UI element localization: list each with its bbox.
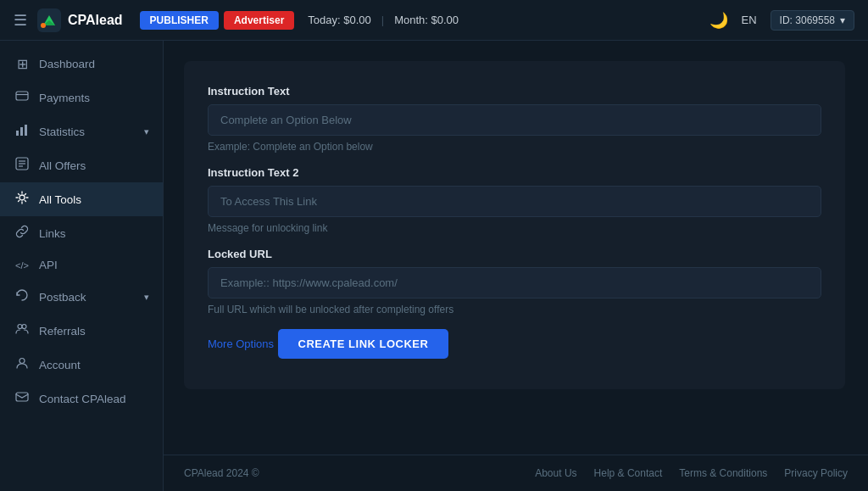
sidebar-label-all-offers: All Offers bbox=[39, 159, 149, 172]
stats-divider: | bbox=[381, 14, 384, 26]
sidebar-item-payments[interactable]: Payments bbox=[0, 81, 163, 114]
id-button[interactable]: ID: 3069558 ▾ bbox=[771, 10, 854, 31]
footer-link-privacy[interactable]: Privacy Policy bbox=[784, 467, 848, 479]
logo-text: CPAlead bbox=[68, 13, 123, 28]
hamburger-icon[interactable]: ☰ bbox=[14, 11, 27, 30]
links-icon bbox=[14, 225, 31, 242]
all-offers-icon bbox=[14, 157, 31, 174]
sidebar-item-postback[interactable]: Postback ▾ bbox=[0, 280, 163, 314]
locked-url-hint: Full URL which will be unlocked after co… bbox=[208, 304, 821, 315]
sidebar-label-payments: Payments bbox=[39, 92, 149, 104]
top-header: ☰ CPAlead PUBLISHER Advertiser Today: $0… bbox=[0, 0, 868, 41]
svg-point-14 bbox=[18, 325, 22, 329]
svg-point-13 bbox=[19, 195, 25, 200]
id-label: ID: 3069558 bbox=[780, 14, 835, 26]
referrals-icon bbox=[14, 322, 31, 339]
sidebar: ⊞ Dashboard Payments Statistics ▾ All Of… bbox=[0, 41, 164, 491]
footer-link-help[interactable]: Help & Contact bbox=[594, 467, 663, 479]
sidebar-item-all-offers[interactable]: All Offers bbox=[0, 148, 163, 182]
svg-rect-4 bbox=[16, 92, 28, 100]
sidebar-label-dashboard: Dashboard bbox=[39, 58, 149, 70]
sidebar-label-links: Links bbox=[39, 227, 149, 240]
svg-rect-6 bbox=[16, 131, 19, 136]
sidebar-label-all-tools: All Tools bbox=[39, 193, 149, 206]
sidebar-item-contact[interactable]: Contact CPAlead bbox=[0, 382, 163, 416]
sidebar-item-api[interactable]: </> API bbox=[0, 250, 163, 280]
instruction-text2-input[interactable] bbox=[208, 186, 821, 217]
month-stat: Month: $0.00 bbox=[394, 14, 459, 26]
contact-icon bbox=[14, 390, 31, 407]
id-chevron-icon: ▾ bbox=[840, 14, 845, 26]
dashboard-icon: ⊞ bbox=[14, 56, 31, 72]
logo-svg bbox=[37, 8, 61, 32]
sidebar-item-dashboard[interactable]: ⊞ Dashboard bbox=[0, 47, 163, 81]
instruction-text2-hint: Message for unlocking link bbox=[208, 222, 821, 234]
header-right: 🌙 EN ID: 3069558 ▾ bbox=[709, 10, 854, 31]
statistics-icon bbox=[14, 123, 31, 140]
statistics-chevron-icon: ▾ bbox=[144, 126, 149, 137]
footer-copyright: CPAlead 2024 © bbox=[184, 467, 259, 479]
instruction-text-input[interactable] bbox=[208, 104, 821, 136]
main-layout: ⊞ Dashboard Payments Statistics ▾ All Of… bbox=[0, 41, 868, 491]
svg-point-3 bbox=[41, 23, 46, 28]
form-card: Instruction Text Example: Complete an Op… bbox=[184, 61, 845, 389]
svg-rect-17 bbox=[16, 393, 28, 401]
footer: CPAlead 2024 © About Us Help & Contact T… bbox=[164, 455, 868, 491]
postback-chevron-icon: ▾ bbox=[144, 292, 149, 303]
sidebar-label-account: Account bbox=[39, 359, 149, 371]
locked-url-label: Locked URL bbox=[208, 248, 821, 260]
account-icon bbox=[14, 356, 31, 373]
instruction-text-hint: Example: Complete an Option below bbox=[208, 141, 821, 153]
footer-link-terms[interactable]: Terms & Conditions bbox=[679, 467, 767, 479]
payments-icon bbox=[14, 89, 31, 106]
moon-icon[interactable]: 🌙 bbox=[709, 11, 728, 30]
svg-rect-7 bbox=[20, 127, 23, 136]
footer-links: About Us Help & Contact Terms & Conditio… bbox=[535, 467, 848, 479]
postback-icon bbox=[14, 288, 31, 305]
sidebar-item-links[interactable]: Links bbox=[0, 216, 163, 250]
publisher-button[interactable]: PUBLISHER bbox=[140, 11, 219, 30]
language-button[interactable]: EN bbox=[742, 14, 757, 26]
instruction-text-label: Instruction Text bbox=[208, 85, 821, 98]
content-inner: Instruction Text Example: Complete an Op… bbox=[164, 41, 868, 455]
sidebar-label-statistics: Statistics bbox=[39, 126, 136, 138]
sidebar-item-all-tools[interactable]: All Tools bbox=[0, 182, 163, 216]
sidebar-label-contact: Contact CPAlead bbox=[39, 393, 149, 405]
sidebar-label-postback: Postback bbox=[39, 291, 136, 304]
svg-point-15 bbox=[22, 325, 26, 329]
more-options-link[interactable]: More Options bbox=[208, 338, 274, 350]
create-link-locker-button[interactable]: CREATE LINK LOCKER bbox=[278, 329, 449, 359]
sidebar-item-statistics[interactable]: Statistics ▾ bbox=[0, 114, 163, 148]
sidebar-label-referrals: Referrals bbox=[39, 325, 149, 338]
locked-url-input[interactable] bbox=[208, 267, 821, 299]
advertiser-button[interactable]: Advertiser bbox=[224, 11, 294, 30]
sidebar-item-account[interactable]: Account bbox=[0, 348, 163, 382]
today-stat: Today: $0.00 bbox=[308, 14, 370, 26]
header-left: ☰ CPAlead PUBLISHER Advertiser Today: $0… bbox=[14, 8, 709, 32]
instruction-text2-label: Instruction Text 2 bbox=[208, 166, 821, 179]
sidebar-label-api: API bbox=[39, 259, 149, 271]
footer-link-about[interactable]: About Us bbox=[535, 467, 576, 479]
svg-point-16 bbox=[19, 359, 25, 364]
sidebar-item-referrals[interactable]: Referrals bbox=[0, 314, 163, 348]
api-icon: </> bbox=[14, 260, 31, 271]
logo-area: CPAlead bbox=[37, 8, 123, 32]
all-tools-icon bbox=[14, 191, 31, 208]
svg-rect-8 bbox=[25, 125, 27, 136]
content-area: Instruction Text Example: Complete an Op… bbox=[164, 41, 868, 491]
header-stats: Today: $0.00 | Month: $0.00 bbox=[308, 14, 459, 26]
